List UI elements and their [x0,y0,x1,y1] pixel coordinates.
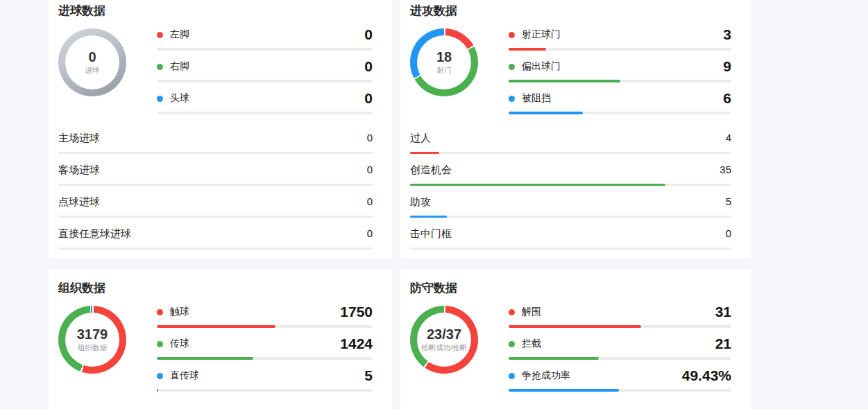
organize-legend: 触球1750传球1424直传球5 [157,302,373,398]
stat-value: 4 [726,132,731,143]
stat-value: 0 [726,227,731,239]
legend-label: 解围 [522,306,541,318]
stats-dashboard: 进球数据 0 进球 左脚0右脚0头球0 主场进球0客场进球0点球进球0直接任意球… [49,0,751,409]
stat-row-top: 点球进球0 [58,194,373,214]
stat-value: 5 [726,195,731,207]
legend-row-top: 左脚0 [157,25,373,44]
legend-dot-icon [157,341,163,347]
legend-row-top: 右脚0 [157,57,373,76]
organize-donut-center: 3179 组织数据 [65,313,119,367]
legend-dot-icon [509,309,515,315]
progress-fill [410,184,665,186]
progress-track [509,357,731,360]
legend-row-top: 拦截21 [509,334,731,354]
legend-label: 直传球 [170,369,199,382]
progress-track [157,80,373,82]
legend-row: 触球1750 [157,302,373,334]
stat-row-top: 客场进球0 [58,162,373,182]
panel-title-goal-data: 进球数据 [58,3,373,19]
organize-donut-chart: 3179 组织数据 [58,306,126,374]
legend-row: 左脚0 [157,25,373,57]
legend-value: 0 [364,58,373,75]
legend-value: 1424 [340,336,373,352]
progress-track [58,216,373,218]
panel-title-organize-data: 组织数据 [58,280,373,297]
stat-row: 击中门框0 [410,226,731,258]
legend-row: 偏出球门9 [509,57,731,89]
stat-row-top: 过人4 [410,130,731,150]
progress-fill [509,325,641,328]
progress-track [157,48,373,51]
progress-track [509,325,731,328]
organize-chart-row: 3179 组织数据 触球1750传球1424直传球5 [58,302,373,398]
progress-fill [509,48,546,51]
legend-dot-icon [509,341,515,347]
legend-row-top: 触球1750 [157,302,373,322]
stat-row: 创造机会35 [410,162,731,194]
legend-row-top: 争抢成功率49.43% [509,366,731,385]
progress-fill [157,357,253,360]
stat-row: 直接任意球进球0 [58,226,373,258]
legend-row: 传球1424 [157,334,373,366]
legend-dot-icon [157,32,163,38]
progress-track [157,112,373,114]
legend-value: 31 [715,304,731,320]
legend-label: 被阻挡 [522,92,551,105]
stat-label: 击中门框 [410,227,452,241]
attack-donut-value: 18 [436,49,452,64]
legend-dot-icon [509,373,515,379]
legend-row: 争抢成功率49.43% [509,366,731,398]
progress-fill [157,325,275,328]
legend-dot-icon [157,96,163,102]
legend-row: 右脚0 [157,57,373,89]
panel-title-defense-data: 防守数据 [410,280,731,297]
legend-label: 右脚 [170,60,189,73]
legend-row: 被阻挡6 [509,89,731,121]
legend-dot-icon [509,32,515,38]
legend-row: 直传球5 [157,366,373,398]
stat-label: 客场进球 [58,164,100,177]
progress-fill [509,80,620,82]
stat-row: 主场进球0 [58,130,373,162]
goal-stat-list: 主场进球0客场进球0点球进球0直接任意球进球0 [58,130,373,258]
legend-label: 头球 [170,92,189,105]
defense-legend: 解围31拦截21争抢成功率49.43% [509,302,731,398]
legend-label: 争抢成功率 [522,369,570,382]
attack-legend: 射正球门3偏出球门9被阻挡6 [509,25,731,121]
organize-donut-value: 3179 [77,327,108,342]
legend-row-top: 直传球5 [157,366,373,385]
stat-row-top: 主场进球0 [58,130,373,150]
progress-track [509,80,731,82]
stat-label: 过人 [410,132,431,145]
goal-donut-value: 0 [88,49,96,64]
stat-label: 创造机会 [410,164,452,177]
organize-donut-label: 组织数据 [78,343,107,353]
legend-value: 6 [723,90,731,107]
progress-track [509,389,731,392]
stat-row: 点球进球0 [58,194,373,226]
stat-label: 直接任意球进球 [58,227,131,241]
attack-donut-center: 18 射门 [417,35,471,89]
panel-attack-data: 进攻数据 18 射门 射正球门3偏出球门9被阻挡6 过人4创造机会35助攻5击中… [400,0,751,258]
legend-row: 射正球门3 [509,25,731,57]
attack-donut-chart: 18 射门 [410,28,478,96]
legend-label: 左脚 [170,28,189,41]
stat-row: 过人4 [410,130,731,162]
legend-dot-icon [509,96,515,102]
legend-value: 0 [364,26,373,43]
progress-fill [410,152,439,154]
legend-row: 拦截21 [509,334,731,366]
progress-fill [410,216,447,218]
progress-track [410,184,731,186]
legend-label: 射正球门 [522,28,561,41]
stat-label: 主场进球 [58,132,100,145]
stat-value: 0 [367,195,373,207]
progress-track [410,152,731,154]
legend-label: 传球 [170,338,189,350]
legend-value: 9 [723,58,731,75]
progress-track [58,247,373,250]
stat-row: 助攻5 [410,194,731,226]
progress-track [58,152,373,154]
stat-label: 点球进球 [58,195,100,209]
legend-row-top: 解围31 [509,302,731,322]
